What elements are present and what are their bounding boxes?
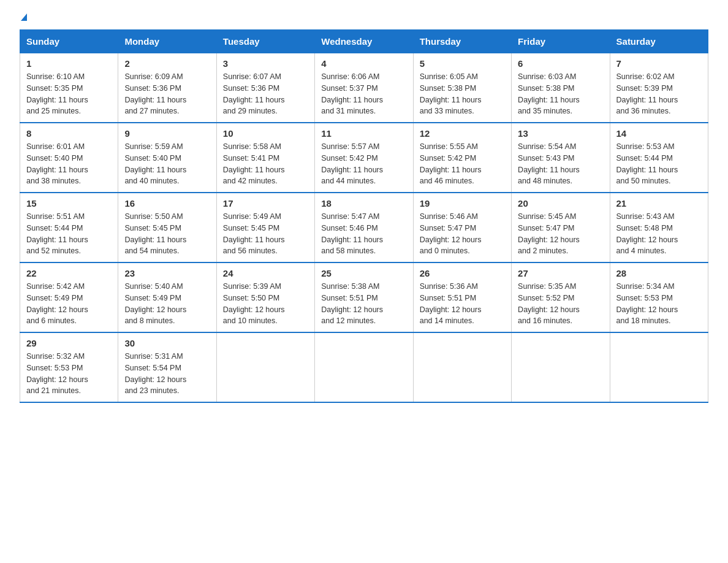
calendar-day-cell: 2Sunrise: 6:09 AMSunset: 5:36 PMDaylight… bbox=[118, 53, 216, 123]
day-number: 23 bbox=[124, 268, 210, 278]
day-info: Sunrise: 6:03 AMSunset: 5:38 PMDaylight:… bbox=[518, 71, 603, 117]
calendar-day-cell: 17Sunrise: 5:49 AMSunset: 5:45 PMDayligh… bbox=[216, 193, 314, 262]
calendar-day-cell: 18Sunrise: 5:47 AMSunset: 5:46 PMDayligh… bbox=[315, 193, 413, 262]
day-info: Sunrise: 6:07 AMSunset: 5:36 PMDaylight:… bbox=[223, 71, 308, 117]
calendar-day-cell bbox=[512, 332, 610, 402]
day-number: 1 bbox=[26, 58, 112, 69]
calendar-day-cell: 25Sunrise: 5:38 AMSunset: 5:51 PMDayligh… bbox=[315, 262, 413, 332]
day-info: Sunrise: 5:36 AMSunset: 5:51 PMDaylight:… bbox=[420, 281, 505, 327]
calendar-day-cell bbox=[413, 332, 511, 402]
calendar-day-cell: 28Sunrise: 5:34 AMSunset: 5:53 PMDayligh… bbox=[610, 262, 708, 332]
calendar-day-cell: 24Sunrise: 5:39 AMSunset: 5:50 PMDayligh… bbox=[216, 262, 314, 332]
logo bbox=[20, 15, 27, 22]
day-info: Sunrise: 6:09 AMSunset: 5:36 PMDaylight:… bbox=[124, 71, 210, 117]
day-info: Sunrise: 5:45 AMSunset: 5:47 PMDaylight:… bbox=[518, 211, 603, 257]
calendar-day-cell bbox=[315, 332, 413, 402]
day-number: 16 bbox=[124, 198, 210, 209]
calendar-week-row: 15Sunrise: 5:51 AMSunset: 5:44 PMDayligh… bbox=[20, 193, 708, 262]
calendar-day-cell: 11Sunrise: 5:57 AMSunset: 5:42 PMDayligh… bbox=[315, 123, 413, 193]
day-info: Sunrise: 5:32 AMSunset: 5:53 PMDaylight:… bbox=[26, 351, 112, 397]
day-of-week-header: Friday bbox=[512, 30, 610, 53]
day-number: 21 bbox=[616, 198, 702, 209]
calendar-day-cell: 27Sunrise: 5:35 AMSunset: 5:52 PMDayligh… bbox=[512, 262, 610, 332]
calendar-day-cell: 10Sunrise: 5:58 AMSunset: 5:41 PMDayligh… bbox=[216, 123, 314, 193]
day-number: 19 bbox=[420, 198, 505, 209]
calendar-day-cell: 30Sunrise: 5:31 AMSunset: 5:54 PMDayligh… bbox=[118, 332, 216, 402]
calendar-day-cell: 12Sunrise: 5:55 AMSunset: 5:42 PMDayligh… bbox=[413, 123, 511, 193]
day-info: Sunrise: 5:46 AMSunset: 5:47 PMDaylight:… bbox=[420, 211, 505, 257]
day-number: 12 bbox=[420, 128, 505, 139]
calendar-day-cell: 14Sunrise: 5:53 AMSunset: 5:44 PMDayligh… bbox=[610, 123, 708, 193]
day-info: Sunrise: 5:49 AMSunset: 5:45 PMDaylight:… bbox=[223, 211, 308, 257]
day-info: Sunrise: 5:34 AMSunset: 5:53 PMDaylight:… bbox=[616, 281, 702, 327]
day-info: Sunrise: 5:51 AMSunset: 5:44 PMDaylight:… bbox=[26, 211, 112, 257]
day-info: Sunrise: 6:06 AMSunset: 5:37 PMDaylight:… bbox=[321, 71, 406, 117]
calendar-day-cell: 5Sunrise: 6:05 AMSunset: 5:38 PMDaylight… bbox=[413, 53, 511, 123]
calendar-week-row: 1Sunrise: 6:10 AMSunset: 5:35 PMDaylight… bbox=[20, 53, 708, 123]
calendar-day-cell: 15Sunrise: 5:51 AMSunset: 5:44 PMDayligh… bbox=[20, 193, 118, 262]
calendar-day-cell: 13Sunrise: 5:54 AMSunset: 5:43 PMDayligh… bbox=[512, 123, 610, 193]
day-info: Sunrise: 5:53 AMSunset: 5:44 PMDaylight:… bbox=[616, 141, 702, 187]
day-number: 8 bbox=[26, 128, 112, 139]
day-of-week-header: Sunday bbox=[20, 30, 118, 53]
day-info: Sunrise: 6:02 AMSunset: 5:39 PMDaylight:… bbox=[616, 71, 702, 117]
day-number: 20 bbox=[518, 198, 603, 209]
day-number: 10 bbox=[223, 128, 308, 139]
day-number: 5 bbox=[420, 58, 505, 69]
day-info: Sunrise: 5:31 AMSunset: 5:54 PMDaylight:… bbox=[124, 351, 210, 397]
day-number: 15 bbox=[26, 198, 112, 209]
day-of-week-header: Wednesday bbox=[315, 30, 413, 53]
calendar-day-cell: 4Sunrise: 6:06 AMSunset: 5:37 PMDaylight… bbox=[315, 53, 413, 123]
day-number: 25 bbox=[321, 268, 406, 278]
calendar-day-cell: 22Sunrise: 5:42 AMSunset: 5:49 PMDayligh… bbox=[20, 262, 118, 332]
day-number: 30 bbox=[124, 338, 210, 348]
day-number: 13 bbox=[518, 128, 603, 139]
calendar-day-cell: 9Sunrise: 5:59 AMSunset: 5:40 PMDaylight… bbox=[118, 123, 216, 193]
day-number: 4 bbox=[321, 58, 406, 69]
day-number: 28 bbox=[616, 268, 702, 278]
calendar-day-cell: 29Sunrise: 5:32 AMSunset: 5:53 PMDayligh… bbox=[20, 332, 118, 402]
day-info: Sunrise: 5:54 AMSunset: 5:43 PMDaylight:… bbox=[518, 141, 603, 187]
day-of-week-header: Thursday bbox=[413, 30, 511, 53]
day-info: Sunrise: 5:42 AMSunset: 5:49 PMDaylight:… bbox=[26, 281, 112, 327]
day-of-week-header: Saturday bbox=[610, 30, 708, 53]
day-number: 26 bbox=[420, 268, 505, 278]
calendar-week-row: 8Sunrise: 6:01 AMSunset: 5:40 PMDaylight… bbox=[20, 123, 708, 193]
day-info: Sunrise: 5:55 AMSunset: 5:42 PMDaylight:… bbox=[420, 141, 505, 187]
day-number: 2 bbox=[124, 58, 210, 69]
calendar-day-cell: 16Sunrise: 5:50 AMSunset: 5:45 PMDayligh… bbox=[118, 193, 216, 262]
day-number: 9 bbox=[124, 128, 210, 139]
day-info: Sunrise: 5:50 AMSunset: 5:45 PMDaylight:… bbox=[124, 211, 210, 257]
calendar-header-row: SundayMondayTuesdayWednesdayThursdayFrid… bbox=[20, 30, 708, 53]
calendar-day-cell: 8Sunrise: 6:01 AMSunset: 5:40 PMDaylight… bbox=[20, 123, 118, 193]
day-number: 17 bbox=[223, 198, 308, 209]
day-number: 22 bbox=[26, 268, 112, 278]
day-info: Sunrise: 5:40 AMSunset: 5:49 PMDaylight:… bbox=[124, 281, 210, 327]
calendar-day-cell: 20Sunrise: 5:45 AMSunset: 5:47 PMDayligh… bbox=[512, 193, 610, 262]
day-info: Sunrise: 5:43 AMSunset: 5:48 PMDaylight:… bbox=[616, 211, 702, 257]
day-info: Sunrise: 5:59 AMSunset: 5:40 PMDaylight:… bbox=[124, 141, 210, 187]
page-header bbox=[20, 15, 708, 22]
day-of-week-header: Monday bbox=[118, 30, 216, 53]
day-number: 27 bbox=[518, 268, 603, 278]
day-number: 7 bbox=[616, 58, 702, 69]
calendar-day-cell bbox=[216, 332, 314, 402]
day-info: Sunrise: 6:10 AMSunset: 5:35 PMDaylight:… bbox=[26, 71, 112, 117]
calendar-week-row: 29Sunrise: 5:32 AMSunset: 5:53 PMDayligh… bbox=[20, 332, 708, 402]
calendar-table: SundayMondayTuesdayWednesdayThursdayFrid… bbox=[20, 29, 708, 403]
calendar-day-cell: 1Sunrise: 6:10 AMSunset: 5:35 PMDaylight… bbox=[20, 53, 118, 123]
calendar-day-cell: 6Sunrise: 6:03 AMSunset: 5:38 PMDaylight… bbox=[512, 53, 610, 123]
day-number: 24 bbox=[223, 268, 308, 278]
logo-arrow-icon bbox=[21, 13, 27, 21]
calendar-day-cell: 26Sunrise: 5:36 AMSunset: 5:51 PMDayligh… bbox=[413, 262, 511, 332]
calendar-week-row: 22Sunrise: 5:42 AMSunset: 5:49 PMDayligh… bbox=[20, 262, 708, 332]
day-info: Sunrise: 5:57 AMSunset: 5:42 PMDaylight:… bbox=[321, 141, 406, 187]
day-number: 3 bbox=[223, 58, 308, 69]
calendar-day-cell: 21Sunrise: 5:43 AMSunset: 5:48 PMDayligh… bbox=[610, 193, 708, 262]
calendar-day-cell: 19Sunrise: 5:46 AMSunset: 5:47 PMDayligh… bbox=[413, 193, 511, 262]
day-number: 11 bbox=[321, 128, 406, 139]
day-number: 6 bbox=[518, 58, 603, 69]
day-info: Sunrise: 6:01 AMSunset: 5:40 PMDaylight:… bbox=[26, 141, 112, 187]
calendar-day-cell: 23Sunrise: 5:40 AMSunset: 5:49 PMDayligh… bbox=[118, 262, 216, 332]
day-info: Sunrise: 5:38 AMSunset: 5:51 PMDaylight:… bbox=[321, 281, 406, 327]
